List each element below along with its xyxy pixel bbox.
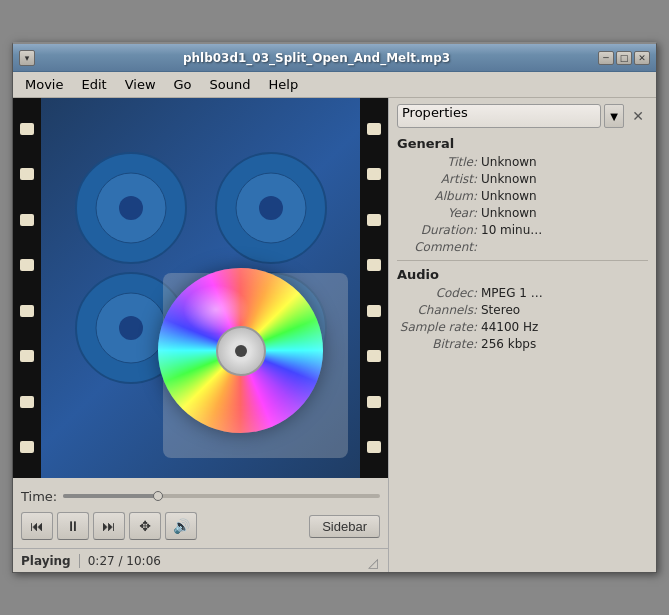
time-label: Time: xyxy=(21,489,57,504)
prop-bitrate-row: Bitrate: 256 kbps xyxy=(397,337,648,351)
prop-codec-row: Codec: MPEG 1 … xyxy=(397,286,648,300)
video-area: Time: ⏮ ⏸ ⏭ ✥ 🔊 Sidebar xyxy=(13,98,388,572)
prop-duration-val: 10 minu… xyxy=(481,223,542,237)
prop-album-val: Unknown xyxy=(481,189,537,203)
status-time: 0:27 / 10:06 xyxy=(80,554,161,568)
maximize-button[interactable]: □ xyxy=(616,51,632,65)
sidebar-button[interactable]: Sidebar xyxy=(309,515,380,538)
playback-controls: ⏮ ⏸ ⏭ ✥ 🔊 Sidebar xyxy=(21,512,380,544)
cd-hole xyxy=(235,345,247,357)
film-hole xyxy=(367,305,381,317)
prop-comment-row: Comment: xyxy=(397,240,648,254)
prop-artist-val: Unknown xyxy=(481,172,537,186)
resize-grip[interactable]: ◿ xyxy=(368,555,380,567)
film-strip-right xyxy=(360,98,388,478)
prop-channels-row: Channels: Stereo xyxy=(397,303,648,317)
film-hole xyxy=(20,350,34,362)
film-hole xyxy=(367,214,381,226)
prop-title-row: Title: Unknown xyxy=(397,155,648,169)
panel-close-button[interactable]: ✕ xyxy=(628,106,648,126)
time-slider[interactable] xyxy=(63,494,380,498)
time-slider-container[interactable] xyxy=(63,486,380,506)
menu-edit[interactable]: Edit xyxy=(73,75,114,94)
film-hole xyxy=(20,305,34,317)
menu-help[interactable]: Help xyxy=(261,75,307,94)
next-button[interactable]: ⏭ xyxy=(93,512,125,540)
menubar: Movie Edit View Go Sound Help xyxy=(13,72,656,98)
prop-bitrate-key: Bitrate: xyxy=(397,337,477,351)
film-hole xyxy=(20,168,34,180)
film-hole xyxy=(20,214,34,226)
film-hole xyxy=(20,441,34,453)
prop-codec-key: Codec: xyxy=(397,286,477,300)
prop-year-row: Year: Unknown xyxy=(397,206,648,220)
prop-album-row: Album: Unknown xyxy=(397,189,648,203)
prop-samplerate-row: Sample rate: 44100 Hz xyxy=(397,320,648,334)
menu-movie[interactable]: Movie xyxy=(17,75,71,94)
audio-section-title: Audio xyxy=(397,267,648,282)
panel-dropdown-arrow[interactable]: ▼ xyxy=(604,104,624,128)
prop-channels-val: Stereo xyxy=(481,303,520,317)
film-hole xyxy=(367,396,381,408)
window-title: phlb03d1_03_Split_Open_And_Melt.mp3 xyxy=(35,51,598,65)
prop-album-key: Album: xyxy=(397,189,477,203)
svg-point-8 xyxy=(119,316,143,340)
film-hole xyxy=(20,259,34,271)
menu-view[interactable]: View xyxy=(117,75,164,94)
film-hole xyxy=(367,168,381,180)
menu-go[interactable]: Go xyxy=(166,75,200,94)
move-button[interactable]: ✥ xyxy=(129,512,161,540)
general-section-title: General xyxy=(397,136,648,151)
cd-inner xyxy=(216,326,266,376)
titlebar-left: ▾ xyxy=(19,50,35,66)
status-playing: Playing xyxy=(21,554,80,568)
prop-samplerate-val: 44100 Hz xyxy=(481,320,538,334)
prop-year-val: Unknown xyxy=(481,206,537,220)
prop-year-key: Year: xyxy=(397,206,477,220)
minimize-button[interactable]: ─ xyxy=(598,51,614,65)
close-button[interactable]: ✕ xyxy=(634,51,650,65)
prop-duration-row: Duration: 10 minu… xyxy=(397,223,648,237)
film-hole xyxy=(20,123,34,135)
main-window: ▾ phlb03d1_03_Split_Open_And_Melt.mp3 ─ … xyxy=(12,42,657,573)
film-strip-left xyxy=(13,98,41,478)
prop-samplerate-key: Sample rate: xyxy=(397,320,477,334)
panel-dropdown[interactable]: Properties xyxy=(397,104,601,128)
film-hole xyxy=(20,396,34,408)
window-menu-btn[interactable]: ▾ xyxy=(19,50,35,66)
prop-duration-key: Duration: xyxy=(397,223,477,237)
cd-disc xyxy=(158,268,323,433)
svg-point-2 xyxy=(119,196,143,220)
content-area: Time: ⏮ ⏸ ⏭ ✥ 🔊 Sidebar xyxy=(13,98,656,572)
divider xyxy=(397,260,648,261)
prop-codec-val: MPEG 1 … xyxy=(481,286,543,300)
prop-artist-key: Artist: xyxy=(397,172,477,186)
properties-panel: Properties ▼ ✕ General Title: Unknown Ar… xyxy=(388,98,656,572)
svg-point-5 xyxy=(259,196,283,220)
prev-button[interactable]: ⏮ xyxy=(21,512,53,540)
menu-sound[interactable]: Sound xyxy=(202,75,259,94)
panel-header: Properties ▼ ✕ xyxy=(397,104,648,128)
prop-comment-key: Comment: xyxy=(397,240,477,254)
film-hole xyxy=(367,441,381,453)
film-hole xyxy=(367,123,381,135)
cd-container xyxy=(158,268,338,448)
prop-title-val: Unknown xyxy=(481,155,537,169)
time-slider-thumb[interactable] xyxy=(153,491,163,501)
time-row: Time: xyxy=(21,486,380,506)
volume-button[interactable]: 🔊 xyxy=(165,512,197,540)
prop-channels-key: Channels: xyxy=(397,303,477,317)
prop-bitrate-val: 256 kbps xyxy=(481,337,536,351)
film-hole xyxy=(367,259,381,271)
time-slider-fill xyxy=(63,494,158,498)
titlebar: ▾ phlb03d1_03_Split_Open_And_Melt.mp3 ─ … xyxy=(13,44,656,72)
controls-bar: Time: ⏮ ⏸ ⏭ ✥ 🔊 Sidebar xyxy=(13,478,388,548)
video-frame[interactable] xyxy=(13,98,388,478)
prop-artist-row: Artist: Unknown xyxy=(397,172,648,186)
titlebar-controls: ─ □ ✕ xyxy=(598,51,650,65)
prop-title-key: Title: xyxy=(397,155,477,169)
play-pause-button[interactable]: ⏸ xyxy=(57,512,89,540)
film-hole xyxy=(367,350,381,362)
status-bar: Playing 0:27 / 10:06 ◿ xyxy=(13,548,388,572)
